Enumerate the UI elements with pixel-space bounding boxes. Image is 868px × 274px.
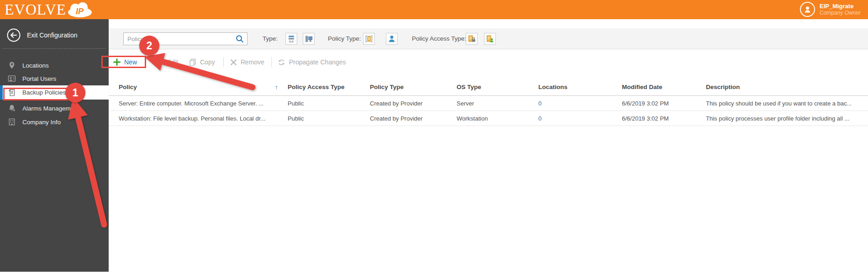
column-header-policy[interactable]: Policy xyxy=(119,79,137,96)
cell-access-type: Public xyxy=(288,111,304,126)
top-header-bar: EVOLVE IP EIP_Migrate Company Owner xyxy=(0,0,868,19)
column-header-modified-date[interactable]: Modified Date xyxy=(622,79,663,96)
toolbar-separator xyxy=(223,57,224,67)
search-icon[interactable] xyxy=(236,35,244,43)
public-policy-person-icon xyxy=(485,34,494,43)
exit-configuration-label: Exit Configuration xyxy=(27,32,78,39)
workstation-icon xyxy=(304,34,313,43)
arrow-left-circle-icon xyxy=(6,28,21,42)
propagate-changes-button[interactable]: Propagate Changes xyxy=(278,55,346,69)
user-policy-icon xyxy=(387,34,396,43)
selected-indicator-bar xyxy=(0,85,3,100)
toolbar-separator xyxy=(271,57,272,67)
refresh-icon xyxy=(278,58,285,66)
sidebar-item-portal-users[interactable]: Portal Users xyxy=(0,72,109,85)
sidebar-item-label: Backup Policies xyxy=(22,89,66,96)
sidebar-item-locations[interactable]: Locations xyxy=(0,58,109,72)
svg-text:IP: IP xyxy=(76,7,84,16)
user-role: Company Owner xyxy=(820,10,861,16)
policy-scroll-icon xyxy=(8,89,16,97)
x-mark-icon xyxy=(230,59,237,66)
private-policy-lock-icon xyxy=(467,34,476,43)
policy-access-type-filter-label: Policy Access Type: xyxy=(412,28,466,49)
alarm-bell-gear-icon xyxy=(8,104,16,112)
column-header-os-type[interactable]: OS Type xyxy=(457,79,481,96)
column-header-policy-access-type[interactable]: Policy Access Type xyxy=(288,79,345,96)
sort-arrow-up-icon[interactable]: ↑ xyxy=(275,79,278,96)
cell-locations-link[interactable]: 0 xyxy=(538,111,542,126)
edit-button-label: Edit xyxy=(167,58,178,66)
table-row[interactable]: Server: Entire computer. Microsoft Excha… xyxy=(109,96,868,111)
new-button-label: New xyxy=(124,58,137,66)
policy-type-provider-filter-button[interactable] xyxy=(363,33,375,45)
server-stack-icon xyxy=(287,34,296,43)
sidebar-item-alarms-management[interactable]: Alarms Management xyxy=(0,101,109,115)
cell-policy: Server: Entire computer. Microsoft Excha… xyxy=(119,96,272,111)
user-name: EIP_Migrate xyxy=(820,3,861,10)
cell-policy-type: Created by Provider xyxy=(370,96,423,111)
access-private-filter-button[interactable] xyxy=(466,33,478,45)
access-public-filter-button[interactable] xyxy=(484,33,496,45)
cell-access-type: Public xyxy=(288,96,304,111)
user-card-icon xyxy=(8,74,16,83)
cell-policy: Workstation: File level backup. Personal… xyxy=(119,111,272,126)
sidebar-item-company-info[interactable]: Company Info xyxy=(0,115,109,129)
copy-pages-icon xyxy=(189,58,196,66)
type-server-filter-button[interactable] xyxy=(285,33,297,45)
policy-type-filter-label: Policy Type: xyxy=(328,28,361,49)
policy-search-input[interactable] xyxy=(124,36,236,42)
cell-modified-date: 6/6/2019 3:02 PM xyxy=(622,111,669,126)
sidebar-item-label: Locations xyxy=(22,62,49,69)
brand-wordmark: EVOLVE xyxy=(5,1,66,18)
sidebar-item-label: Company Info xyxy=(22,119,61,126)
propagate-changes-label: Propagate Changes xyxy=(289,58,346,66)
company-building-icon xyxy=(8,118,16,126)
type-workstation-filter-button[interactable] xyxy=(303,33,315,45)
cell-policy-type: Created by Provider xyxy=(370,111,423,126)
policy-type-user-filter-button[interactable] xyxy=(386,33,398,45)
filter-bar: Type: Policy Type: xyxy=(109,28,868,49)
remove-button-label: Remove xyxy=(241,58,264,66)
copy-button-label: Copy xyxy=(200,58,215,66)
cell-locations-link[interactable]: 0 xyxy=(538,96,542,111)
column-header-policy-type[interactable]: Policy Type xyxy=(370,79,404,96)
type-filter-label: Type: xyxy=(263,28,278,49)
copy-button[interactable]: Copy xyxy=(189,55,215,69)
plus-icon xyxy=(113,58,121,66)
sidebar-item-label: Alarms Management xyxy=(22,105,79,112)
sidebar: Exit Configuration Locations Portal User… xyxy=(0,19,109,272)
table-row[interactable]: Workstation: File level backup. Personal… xyxy=(109,111,868,126)
cell-description: This policy should be used if you want t… xyxy=(706,96,868,111)
policy-search-box xyxy=(123,32,247,45)
provider-policy-icon xyxy=(364,34,374,43)
column-header-locations[interactable]: Locations xyxy=(538,79,568,96)
cell-description: This policy processes user profile folde… xyxy=(706,111,868,126)
table-header-row: Policy ↑ Policy Access Type Policy Type … xyxy=(109,79,868,96)
column-header-description[interactable]: Description xyxy=(706,79,740,96)
sidebar-item-backup-policies[interactable]: Backup Policies xyxy=(0,85,109,100)
brand-logo: EVOLVE IP xyxy=(5,1,93,18)
edit-button[interactable]: Edit xyxy=(156,55,178,69)
cloud-logo-icon: IP xyxy=(67,2,93,18)
user-avatar-icon xyxy=(800,2,815,17)
cell-modified-date: 6/6/2019 3:02 PM xyxy=(622,96,669,111)
sidebar-item-label: Portal Users xyxy=(22,75,56,82)
new-button[interactable]: New xyxy=(113,55,137,69)
map-pin-icon xyxy=(8,61,16,69)
exit-configuration-button[interactable]: Exit Configuration xyxy=(6,27,78,43)
user-menu[interactable]: EIP_Migrate Company Owner xyxy=(800,2,861,17)
app-window: EVOLVE IP EIP_Migrate Company Owner xyxy=(0,0,868,274)
cell-os-type: Server xyxy=(457,96,474,111)
remove-button[interactable]: Remove xyxy=(230,55,264,69)
cell-os-type: Workstation xyxy=(457,111,488,126)
pencil-icon xyxy=(156,58,163,66)
sidebar-divider xyxy=(3,48,106,49)
